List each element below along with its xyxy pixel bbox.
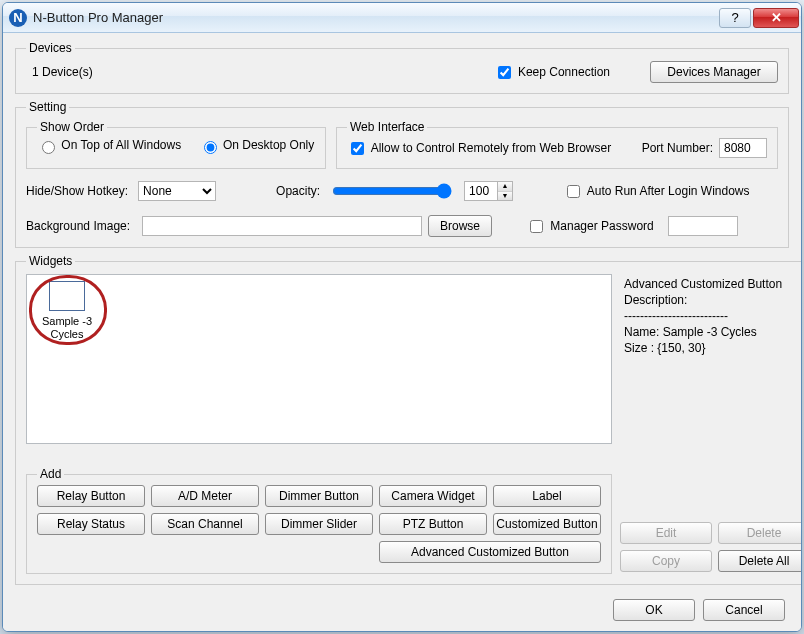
setting-legend: Setting [26,100,69,114]
port-input[interactable] [719,138,767,158]
add-relay-status[interactable]: Relay Status [37,513,145,535]
keep-connection[interactable]: Keep Connection [494,63,610,82]
hotkey-select[interactable]: None [138,181,216,201]
web-interface-legend: Web Interface [347,120,427,134]
widget-icon [49,281,85,311]
widget-item[interactable]: Sample -3 Cycles [35,281,99,341]
device-count: 1 Device(s) [32,65,93,79]
keep-connection-label: Keep Connection [518,64,610,78]
add-advanced-customized-button[interactable]: Advanced Customized Button [379,541,601,563]
add-relay-button[interactable]: Relay Button [37,485,145,507]
add-dimmer-slider[interactable]: Dimmer Slider [265,513,373,535]
close-button[interactable]: ✕ [753,8,799,28]
widgets-group: Widgets Sample -3 Cycles Advanced Custom… [15,254,802,585]
opacity-slider[interactable] [332,183,452,199]
browse-button[interactable]: Browse [428,215,492,237]
opacity-spinner[interactable]: ▲ ▼ [464,181,513,201]
keep-connection-checkbox[interactable] [498,66,511,79]
manager-password[interactable]: Manager Password [526,217,654,236]
edit-button[interactable]: Edit [620,522,712,544]
hotkey-label: Hide/Show Hotkey: [26,184,128,198]
help-button[interactable]: ? [719,8,751,28]
delete-all-button[interactable]: Delete All [718,550,802,572]
devices-legend: Devices [26,41,75,55]
titlebar[interactable]: N N-Button Pro Manager ? ✕ [3,3,801,33]
show-order-top[interactable]: On Top of All Windows [37,138,185,152]
add-camera-widget[interactable]: Camera Widget [379,485,487,507]
dialog-footer: OK Cancel [15,591,789,621]
devices-group: Devices 1 Device(s) Keep Connection Devi… [15,41,789,94]
app-icon: N [9,9,27,27]
show-order-desktop[interactable]: On Desktop Only [199,138,315,152]
add-dimmer-button[interactable]: Dimmer Button [265,485,373,507]
widget-list[interactable]: Sample -3 Cycles [26,274,612,444]
window: N N-Button Pro Manager ? ✕ Devices 1 Dev… [2,2,802,632]
cancel-button[interactable]: Cancel [703,599,785,621]
add-ptz-button[interactable]: PTZ Button [379,513,487,535]
ok-button[interactable]: OK [613,599,695,621]
devices-manager-button[interactable]: Devices Manager [650,61,778,83]
manager-password-checkbox[interactable] [530,220,543,233]
bg-input[interactable] [142,216,422,236]
web-interface-group: Web Interface Allow to Control Remotely … [336,120,778,169]
opacity-label: Opacity: [276,184,320,198]
show-order-legend: Show Order [37,120,107,134]
autorun-checkbox[interactable] [567,185,580,198]
autorun[interactable]: Auto Run After Login Windows [563,182,749,201]
allow-remote[interactable]: Allow to Control Remotely from Web Brows… [347,139,611,158]
allow-remote-checkbox[interactable] [351,142,364,155]
opacity-down-icon[interactable]: ▼ [498,192,512,201]
port-label: Port Number: [642,141,713,155]
show-order-group: Show Order On Top of All Windows On Desk… [26,120,326,169]
copy-button[interactable]: Copy [620,550,712,572]
opacity-value[interactable] [465,182,497,200]
add-group: Add Relay Button A/D Meter Dimmer Button… [26,467,612,574]
delete-button[interactable]: Delete [718,522,802,544]
setting-group: Setting Show Order On Top of All Windows… [15,100,789,248]
add-ad-meter[interactable]: A/D Meter [151,485,259,507]
widget-item-label: Sample -3 Cycles [35,315,99,341]
widgets-legend: Widgets [26,254,75,268]
show-order-top-radio[interactable] [42,141,55,154]
widget-actions: Edit Delete Copy Delete All [620,522,802,574]
bg-label: Background Image: [26,219,136,233]
show-order-desktop-radio[interactable] [204,141,217,154]
client-area: Devices 1 Device(s) Keep Connection Devi… [3,33,801,631]
opacity-up-icon[interactable]: ▲ [498,182,512,192]
window-title: N-Button Pro Manager [33,10,717,25]
add-legend: Add [37,467,64,481]
add-customized-button[interactable]: Customized Button [493,513,601,535]
manager-password-input[interactable] [668,216,738,236]
add-label[interactable]: Label [493,485,601,507]
add-scan-channel[interactable]: Scan Channel [151,513,259,535]
widget-description: Advanced Customized Button Description: … [620,274,802,467]
